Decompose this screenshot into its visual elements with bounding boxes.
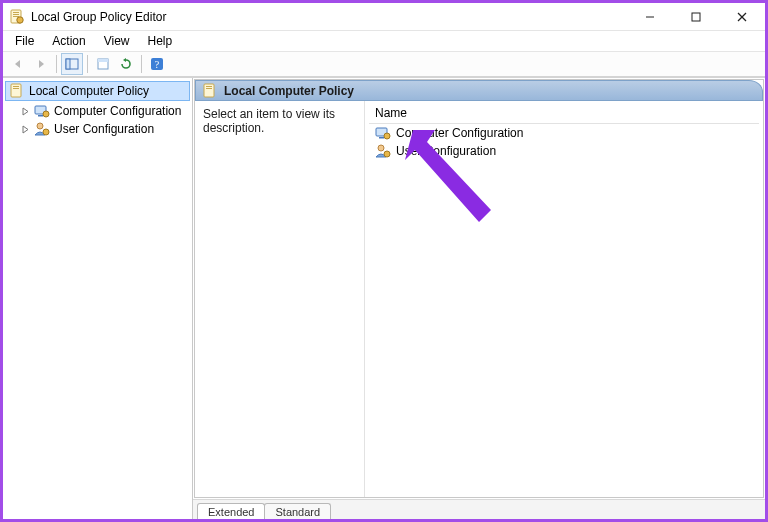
expander-icon[interactable] bbox=[21, 107, 30, 116]
titlebar: Local Group Policy Editor bbox=[3, 3, 765, 31]
policy-doc-icon bbox=[9, 83, 25, 99]
column-header-name[interactable]: Name bbox=[369, 103, 759, 124]
svg-rect-6 bbox=[692, 13, 700, 21]
maximize-button[interactable] bbox=[673, 3, 719, 31]
svg-rect-10 bbox=[66, 59, 70, 69]
menubar: File Action View Help bbox=[3, 31, 765, 51]
toolbar-separator bbox=[87, 55, 88, 73]
svg-rect-1 bbox=[13, 12, 19, 13]
properties-button[interactable] bbox=[92, 53, 114, 75]
content-header: Local Computer Policy bbox=[195, 80, 763, 100]
content-pane: Local Computer Policy Select an item to … bbox=[193, 78, 765, 519]
refresh-button[interactable] bbox=[115, 53, 137, 75]
forward-button[interactable] bbox=[30, 53, 52, 75]
list-item-label: Computer Configuration bbox=[396, 126, 523, 140]
help-icon: ? bbox=[150, 57, 164, 71]
svg-point-4 bbox=[17, 16, 23, 22]
minimize-button[interactable] bbox=[627, 3, 673, 31]
menu-view[interactable]: View bbox=[96, 32, 138, 50]
tree-root-label: Local Computer Policy bbox=[29, 84, 149, 98]
menu-help[interactable]: Help bbox=[140, 32, 181, 50]
content-body: Select an item to view its description. … bbox=[195, 100, 763, 497]
app-icon bbox=[9, 9, 25, 25]
toolbar: ? bbox=[3, 51, 765, 77]
tree-item-label: Computer Configuration bbox=[54, 104, 181, 118]
content-header-title: Local Computer Policy bbox=[224, 84, 354, 98]
svg-rect-25 bbox=[206, 88, 212, 89]
main-split: Local Computer Policy Computer Configura… bbox=[3, 77, 765, 519]
svg-rect-2 bbox=[13, 14, 19, 15]
forward-icon bbox=[34, 57, 48, 71]
show-hide-tree-button[interactable] bbox=[61, 53, 83, 75]
user-config-icon bbox=[34, 121, 50, 137]
refresh-icon bbox=[119, 57, 133, 71]
bottom-tabs: Extended Standard bbox=[193, 499, 765, 519]
svg-text:?: ? bbox=[155, 59, 160, 70]
list-item-computer-configuration[interactable]: Computer Configuration bbox=[369, 124, 759, 142]
properties-icon bbox=[96, 57, 110, 71]
svg-point-21 bbox=[37, 123, 43, 129]
show-hide-tree-icon bbox=[65, 57, 79, 71]
svg-point-29 bbox=[378, 145, 384, 151]
svg-point-30 bbox=[384, 151, 390, 157]
tree-pane[interactable]: Local Computer Policy Computer Configura… bbox=[3, 78, 193, 519]
tree-item-computer-configuration[interactable]: Computer Configuration bbox=[15, 102, 192, 120]
tab-standard[interactable]: Standard bbox=[264, 503, 331, 519]
computer-config-icon bbox=[34, 103, 50, 119]
svg-rect-12 bbox=[98, 59, 108, 62]
tree-root-local-computer-policy[interactable]: Local Computer Policy bbox=[5, 81, 190, 101]
list-column: Name Computer Configuration bbox=[365, 101, 763, 497]
menu-action[interactable]: Action bbox=[44, 32, 93, 50]
list-item-user-configuration[interactable]: User Configuration bbox=[369, 142, 759, 160]
close-button[interactable] bbox=[719, 3, 765, 31]
menu-file[interactable]: File bbox=[7, 32, 42, 50]
toolbar-separator bbox=[56, 55, 57, 73]
tree-item-user-configuration[interactable]: User Configuration bbox=[15, 120, 192, 138]
toolbar-separator bbox=[141, 55, 142, 73]
tab-extended[interactable]: Extended bbox=[197, 503, 265, 519]
content-inner: Local Computer Policy Select an item to … bbox=[194, 79, 764, 498]
description-column: Select an item to view its description. bbox=[195, 101, 365, 497]
svg-rect-23 bbox=[204, 84, 214, 97]
policy-doc-icon bbox=[202, 83, 218, 99]
help-button[interactable]: ? bbox=[146, 53, 168, 75]
column-header-label: Name bbox=[375, 106, 407, 120]
content-header-tab: Local Computer Policy bbox=[195, 80, 763, 100]
expander-icon[interactable] bbox=[21, 125, 30, 134]
window-controls bbox=[627, 3, 765, 31]
list-item-label: User Configuration bbox=[396, 144, 496, 158]
back-button[interactable] bbox=[7, 53, 29, 75]
svg-rect-16 bbox=[13, 86, 19, 87]
svg-rect-15 bbox=[11, 84, 21, 97]
svg-rect-27 bbox=[379, 137, 384, 139]
svg-point-28 bbox=[384, 133, 390, 139]
svg-point-20 bbox=[43, 111, 49, 117]
svg-rect-19 bbox=[38, 115, 43, 117]
window-title: Local Group Policy Editor bbox=[31, 10, 627, 24]
svg-rect-17 bbox=[13, 88, 19, 89]
app-window: Local Group Policy Editor File Action Vi… bbox=[0, 0, 768, 522]
svg-point-22 bbox=[43, 129, 49, 135]
computer-config-icon bbox=[375, 125, 391, 141]
description-text: Select an item to view its description. bbox=[203, 107, 335, 135]
svg-rect-24 bbox=[206, 86, 212, 87]
user-config-icon bbox=[375, 143, 391, 159]
tree-item-label: User Configuration bbox=[54, 122, 154, 136]
back-icon bbox=[11, 57, 25, 71]
